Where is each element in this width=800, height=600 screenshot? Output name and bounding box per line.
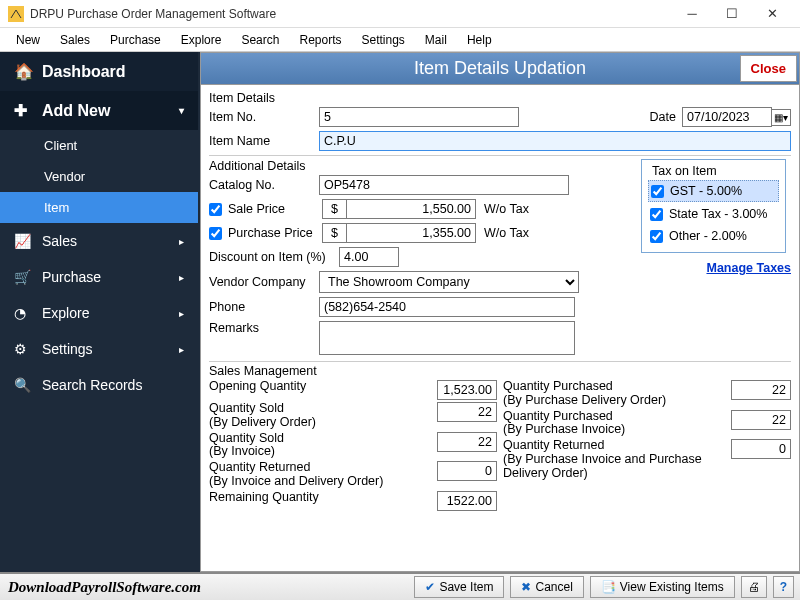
- section-sales-mgmt: Sales Management: [209, 364, 791, 378]
- open-qty-input[interactable]: [437, 380, 497, 400]
- currency-symbol: $: [322, 223, 346, 243]
- manage-taxes-link[interactable]: Manage Taxes: [641, 261, 791, 275]
- chevron-down-icon: ▾: [179, 105, 184, 116]
- qty-ret2-label: Quantity Returned: [503, 438, 604, 452]
- date-input[interactable]: [682, 107, 772, 127]
- printer-icon: 🖨: [748, 580, 760, 594]
- home-icon: 🏠: [14, 62, 32, 81]
- qty-sold-do-input[interactable]: [437, 402, 497, 422]
- sidebar-dashboard[interactable]: 🏠 Dashboard: [0, 52, 198, 91]
- open-qty-label: Opening Quantity: [209, 380, 437, 394]
- menu-reports[interactable]: Reports: [289, 30, 351, 50]
- view-existing-button[interactable]: 📑View Existing Items: [590, 576, 735, 598]
- menu-new[interactable]: New: [6, 30, 50, 50]
- sidebar-sub-vendor[interactable]: Vendor: [0, 161, 198, 192]
- gear-icon: ⚙: [14, 341, 32, 357]
- titlebar: DRPU Purchase Order Management Software …: [0, 0, 800, 28]
- sidebar: 🏠 Dashboard ✚ Add New ▾ Client Vendor It…: [0, 52, 200, 572]
- item-name-label: Item Name: [209, 134, 319, 148]
- qty-pur-inv-sub: (By Purchase Invoice): [503, 422, 625, 436]
- qty-pur-inv-label: Quantity Purchased: [503, 409, 613, 423]
- currency-symbol: $: [322, 199, 346, 219]
- tax-row-other[interactable]: Other - 2.00%: [648, 226, 779, 246]
- cart-icon: 🛒: [14, 269, 32, 285]
- phone-input[interactable]: [319, 297, 575, 317]
- sale-price-label: Sale Price: [228, 202, 322, 216]
- qty-sold-inv-input[interactable]: [437, 432, 497, 452]
- sidebar-label: Sales: [42, 233, 77, 249]
- tax-state-checkbox[interactable]: [650, 208, 663, 221]
- chevron-right-icon: ▸: [179, 344, 184, 355]
- sidebar-sub-client[interactable]: Client: [0, 130, 198, 161]
- qty-pur-do-sub: (By Purchase Delivery Order): [503, 393, 666, 407]
- qty-sold-inv-sub: (By Invoice): [209, 444, 275, 458]
- item-no-input[interactable]: [319, 107, 519, 127]
- sidebar-label: Purchase: [42, 269, 101, 285]
- sidebar-label: Explore: [42, 305, 89, 321]
- sidebar-item-sales[interactable]: 📈 Sales ▸: [0, 223, 198, 259]
- sidebar-submenu: Client Vendor Item: [0, 130, 198, 223]
- sidebar-add-new[interactable]: ✚ Add New ▾: [0, 91, 198, 130]
- item-form: Item Details Item No. Date ▦▾ Item Name …: [200, 84, 800, 572]
- check-icon: ✔: [425, 580, 435, 594]
- sidebar-item-explore[interactable]: ◔ Explore ▸: [0, 295, 198, 331]
- chevron-right-icon: ▸: [179, 308, 184, 319]
- tax-row-gst[interactable]: GST - 5.00%: [648, 180, 779, 202]
- sidebar-item-search-records[interactable]: 🔍 Search Records: [0, 367, 198, 403]
- catalog-input[interactable]: [319, 175, 569, 195]
- qty-pur-do-input[interactable]: [731, 380, 791, 400]
- chevron-right-icon: ▸: [179, 236, 184, 247]
- menu-purchase[interactable]: Purchase: [100, 30, 171, 50]
- print-button[interactable]: 🖨: [741, 576, 767, 598]
- qty-ret-sub: (By Invoice and Delivery Order): [209, 474, 383, 488]
- qty-ret2-sub: (By Purchase Invoice and Purchase Delive…: [503, 452, 702, 480]
- sidebar-item-purchase[interactable]: 🛒 Purchase ▸: [0, 259, 198, 295]
- item-no-label: Item No.: [209, 110, 319, 124]
- maximize-button[interactable]: ☐: [712, 0, 752, 28]
- qty-ret-input[interactable]: [437, 461, 497, 481]
- qty-pur-inv-input[interactable]: [731, 410, 791, 430]
- qty-ret2-input[interactable]: [731, 439, 791, 459]
- sidebar-addnew-label: Add New: [42, 102, 110, 120]
- section-additional: Additional Details: [209, 159, 635, 173]
- remarks-input[interactable]: [319, 321, 575, 355]
- remarks-label: Remarks: [209, 321, 319, 335]
- tax-row-state[interactable]: State Tax - 3.00%: [648, 204, 779, 224]
- calendar-dropdown-icon[interactable]: ▦▾: [772, 109, 791, 126]
- menu-settings[interactable]: Settings: [352, 30, 415, 50]
- cancel-button[interactable]: ✖Cancel: [510, 576, 583, 598]
- section-item-details: Item Details: [209, 91, 791, 105]
- menu-search[interactable]: Search: [231, 30, 289, 50]
- tax-gst-checkbox[interactable]: [651, 185, 664, 198]
- menu-sales[interactable]: Sales: [50, 30, 100, 50]
- menu-explore[interactable]: Explore: [171, 30, 232, 50]
- sale-price-checkbox[interactable]: [209, 203, 222, 216]
- vendor-select[interactable]: The Showroom Company: [319, 271, 579, 293]
- save-item-button[interactable]: ✔Save Item: [414, 576, 504, 598]
- discount-label: Discount on Item (%): [209, 250, 339, 264]
- menu-mail[interactable]: Mail: [415, 30, 457, 50]
- svg-rect-0: [8, 6, 24, 22]
- tax-box: Tax on Item GST - 5.00% State Tax - 3.00…: [641, 159, 786, 253]
- sidebar-item-settings[interactable]: ⚙ Settings ▸: [0, 331, 198, 367]
- qty-sold-do-label: Quantity Sold: [209, 401, 284, 415]
- tax-other-checkbox[interactable]: [650, 230, 663, 243]
- chart-icon: 📈: [14, 233, 32, 249]
- purchase-price-input[interactable]: [346, 223, 476, 243]
- window-title: DRPU Purchase Order Management Software: [30, 7, 672, 21]
- minimize-button[interactable]: ─: [672, 0, 712, 28]
- content-area: Item Details Updation Close Item Details…: [200, 52, 800, 572]
- sale-price-input[interactable]: [346, 199, 476, 219]
- purchase-price-checkbox[interactable]: [209, 227, 222, 240]
- phone-label: Phone: [209, 300, 319, 314]
- menu-help[interactable]: Help: [457, 30, 502, 50]
- sidebar-sub-item[interactable]: Item: [0, 192, 198, 223]
- discount-input[interactable]: [339, 247, 399, 267]
- close-button[interactable]: Close: [740, 55, 797, 82]
- wo-tax-label: W/o Tax: [484, 226, 529, 240]
- close-window-button[interactable]: ✕: [752, 0, 792, 28]
- rem-qty-input[interactable]: [437, 491, 497, 511]
- help-button[interactable]: ?: [773, 576, 794, 598]
- date-label: Date: [650, 110, 676, 124]
- item-name-input[interactable]: [319, 131, 791, 151]
